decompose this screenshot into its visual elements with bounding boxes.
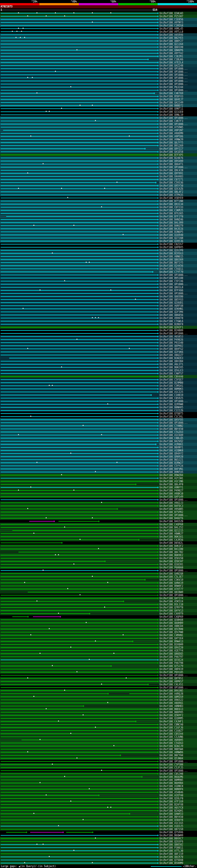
hit-label[interactable]: UniRef100_A5AB46 <box>159 791 183 794</box>
hit-bar[interactable] <box>1 370 158 371</box>
hit-bar[interactable] <box>1 761 158 762</box>
hit-bar[interactable] <box>1 22 158 23</box>
hit-label[interactable]: UniRef100_B9WZB4 <box>159 474 183 477</box>
hit-label[interactable]: UniRef100_Q6EEB0 <box>159 295 183 298</box>
hit-label[interactable]: UniRef100_Q2H2F1 <box>159 326 183 329</box>
hit-label[interactable]: UniRef100_A9NWJ9 <box>159 138 183 141</box>
hit-label[interactable]: UniRef100_Q94AY2 <box>159 452 183 455</box>
hit-bar[interactable] <box>1 656 158 657</box>
hit-bar[interactable] <box>1 333 158 334</box>
hit-bar[interactable] <box>1 398 158 398</box>
hit-label[interactable]: UniRef100_C4JR56 <box>159 538 183 541</box>
hit-bar[interactable] <box>1 145 158 146</box>
hit-label[interactable]: UniRef100_P38011 <box>159 846 183 849</box>
hit-bar[interactable] <box>12 616 28 617</box>
hit-bar[interactable] <box>1 635 158 636</box>
hit-label[interactable]: UniRef100_A4S9X6 <box>159 34 183 36</box>
hit-label[interactable]: UniRef100_A8BCD4 <box>159 625 183 627</box>
hit-bar[interactable] <box>1 801 158 802</box>
hit-bar[interactable] <box>1 407 158 408</box>
hit-bar[interactable] <box>1 709 158 709</box>
hit-label[interactable]: UniRef100_Q10281 <box>159 563 183 566</box>
hit-bar[interactable] <box>1 87 158 88</box>
hit-bar[interactable] <box>1 364 158 365</box>
hit-bar[interactable] <box>1 429 158 429</box>
hit-bar[interactable] <box>1 758 158 759</box>
hit-label[interactable]: UniRef100_B6T1Y5 <box>159 261 183 264</box>
hit-label[interactable]: UniRef100_C4K7F3 <box>159 120 183 123</box>
hit-label[interactable]: UniRef100_C5FCX6 <box>159 280 183 283</box>
hit-bar[interactable] <box>1 59 148 60</box>
hit-bar[interactable] <box>1 182 156 183</box>
hit-label[interactable]: UniRef100_Q1WLW3 <box>159 12 183 15</box>
hit-bar[interactable] <box>1 706 83 706</box>
hit-label[interactable]: UniRef100_Q4T1E4 <box>159 637 183 640</box>
hit-label[interactable]: UniRef100_C6TJ33 <box>159 206 183 209</box>
hit-bar[interactable] <box>1 228 158 229</box>
hit-bar[interactable] <box>1 152 158 152</box>
hit-bar[interactable] <box>1 524 158 525</box>
hit-bar[interactable] <box>1 139 158 140</box>
hit-bar[interactable] <box>1 580 145 580</box>
hit-label[interactable]: UniRef100_B7FJT0 <box>159 215 183 218</box>
hit-label[interactable]: UniRef100_Q5CPW0 <box>159 631 183 634</box>
hit-label[interactable]: UniRef100_Q4Z248 <box>159 64 183 67</box>
hit-bar[interactable] <box>1 225 158 226</box>
hit-label[interactable]: UniRef100_Q4N2Q8 <box>159 572 183 575</box>
hit-bar[interactable] <box>1 804 158 805</box>
hit-bar[interactable] <box>1 115 158 115</box>
hit-bar[interactable] <box>28 592 158 592</box>
hit-label[interactable]: UniRef100_B82YE5 <box>159 37 183 39</box>
hit-bar[interactable] <box>1 703 158 703</box>
hit-bar[interactable] <box>1 453 158 454</box>
hit-label[interactable]: UniRef100_C5KV19 <box>159 579 183 581</box>
hit-bar[interactable] <box>1 420 158 420</box>
hit-bar[interactable] <box>1 41 158 41</box>
hit-label[interactable]: UniRef100_Q6CR70 <box>159 856 183 859</box>
hit-label[interactable]: UniRef100_C3EZR1 <box>159 55 183 58</box>
hit-bar[interactable] <box>1 339 158 340</box>
hit-bar[interactable] <box>1 589 158 589</box>
hit-label[interactable]: UniRef100_Q75DX8 <box>159 859 183 862</box>
hit-label[interactable]: UniRef100_Q53N84 <box>159 757 183 760</box>
hit-label[interactable]: UniRef100_B6QWH9 <box>159 834 183 837</box>
hit-label[interactable]: UniRef100_Q4WA53 <box>159 813 183 815</box>
hit-bar[interactable] <box>1 724 158 725</box>
hit-bar[interactable] <box>1 484 135 485</box>
hit-label[interactable]: UniRef100_A1C1N6 <box>159 480 183 483</box>
hit-bar[interactable] <box>1 718 158 719</box>
hit-label[interactable]: UniRef100_Q8L4F2 <box>159 191 183 193</box>
hit-bar[interactable] <box>1 99 158 100</box>
hit-label[interactable]: UniRef100_Q31GE0 <box>159 111 183 113</box>
hit-label[interactable]: UniRef100_C5M3A1 <box>159 384 183 388</box>
hit-label[interactable]: UniRef100_C1MZG8 <box>159 24 183 27</box>
hit-bar[interactable] <box>1 669 158 670</box>
hit-label[interactable]: UniRef100_A1C6Q9 <box>159 434 183 437</box>
hit-bar[interactable] <box>1 850 158 851</box>
hit-label[interactable]: UniRef100_A6S853 <box>159 335 183 338</box>
hit-label[interactable]: UniRef100_UP1000... <box>159 514 188 517</box>
hit-bar[interactable] <box>1 28 158 29</box>
hit-label[interactable]: UniRef100_Q8X1L8 <box>159 286 183 289</box>
hit-bar[interactable] <box>1 721 135 722</box>
hit-label[interactable]: UniRef100_UP1000... <box>159 67 188 70</box>
hit-label[interactable]: UniRef100_B65J21 <box>159 459 183 461</box>
hit-bar[interactable] <box>6 832 26 833</box>
hit-bar[interactable] <box>1 124 158 124</box>
hit-label[interactable]: UniRef100_A7TL30 <box>159 849 183 852</box>
hit-label[interactable]: UniRef100_A8NWD6 <box>159 751 183 754</box>
hit-label[interactable]: UniRef100_Q6PHU2 <box>159 345 183 347</box>
hit-bar[interactable] <box>1 675 158 676</box>
hit-bar[interactable] <box>66 832 92 833</box>
hit-bar[interactable] <box>1 188 158 189</box>
hit-label[interactable]: UniRef100_B24076 <box>159 157 183 159</box>
hit-bar[interactable] <box>6 216 158 217</box>
hit-bar[interactable] <box>3 130 158 130</box>
hit-label[interactable]: UniRef100_B8BD72 <box>159 104 183 107</box>
hit-bar[interactable] <box>1 155 158 155</box>
hit-bar[interactable] <box>1 404 158 405</box>
hit-label[interactable]: UniRef100_Q2GSF6 <box>159 840 183 843</box>
hit-bar[interactable] <box>1 459 158 460</box>
hit-label[interactable]: UniRef100_Q5BHU8 <box>159 619 183 621</box>
hit-bar[interactable] <box>1 312 158 312</box>
